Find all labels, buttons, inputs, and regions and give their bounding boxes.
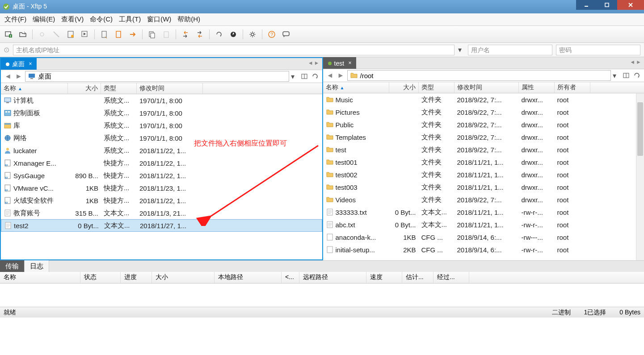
transfer-column-header[interactable]: 速度 (366, 272, 402, 283)
file-row[interactable]: Videos文件夹2018/9/22, 7:...drwxr...root (323, 193, 644, 206)
file-row[interactable]: SysGauge890 B...快捷方...2018/11/22, 1... (1, 169, 322, 182)
properties-icon[interactable] (66, 29, 76, 39)
sync-right-icon[interactable] (195, 29, 205, 39)
navigate-icon[interactable] (228, 29, 238, 39)
transfer-column-header[interactable]: 经过... (434, 272, 469, 283)
file-row[interactable]: Public文件夹2018/9/22, 7:...drwxr...root (323, 118, 644, 131)
file-row[interactable]: 库系统文...1970/1/1, 8:00 (1, 119, 322, 132)
menu-item[interactable]: 工具(T) (119, 15, 141, 24)
refresh-panel-icon[interactable] (311, 72, 320, 81)
tab-close-icon[interactable]: × (347, 60, 353, 67)
file-row[interactable]: Music文件夹2018/9/22, 7:...drwxr...root (323, 93, 644, 106)
transfer-column-header[interactable]: 大小 (152, 272, 215, 283)
tab-prev-icon[interactable]: ◄ (630, 59, 635, 65)
play-dropdown-icon[interactable] (80, 29, 90, 39)
tab-close-icon[interactable]: × (27, 61, 34, 67)
tab-prev-icon[interactable]: ◄ (308, 60, 313, 66)
maximize-button[interactable] (597, 0, 617, 10)
column-header[interactable]: 大小 (389, 82, 419, 93)
column-header[interactable]: 大小 (68, 83, 101, 94)
file-row[interactable]: 教育账号315 B...文本文...2018/11/3, 21... (1, 207, 322, 219)
file-row[interactable]: 计算机系统文...1970/1/1, 8:00 (1, 94, 322, 107)
transfer-column-header[interactable]: 进度 (121, 272, 152, 283)
file-row[interactable]: 333333.txt0 Byt...文本文...2018/11/21, 1...… (323, 206, 644, 218)
back-icon[interactable]: ◄ (326, 71, 335, 80)
transfer-column-header[interactable]: 远程路径 (299, 272, 366, 283)
file-row[interactable]: test20 Byt...文本文...2018/11/27, 1... (1, 219, 322, 232)
file-row[interactable]: abc.txt0 Byt...文本文...2018/11/21, 1...-rw… (323, 218, 644, 231)
file-row[interactable]: luckater系统文...2018/11/22, 1... (1, 144, 322, 157)
column-header[interactable]: 所有者 (555, 82, 590, 93)
file-row[interactable]: 网络系统文...1970/1/1, 8:00 (1, 132, 322, 144)
dropdown-icon[interactable]: ▾ (458, 46, 464, 54)
file-row[interactable]: test001文件夹2018/11/21, 1...drwxr...root (323, 156, 644, 168)
chat-icon[interactable] (281, 29, 291, 39)
bottom-tab[interactable]: 传输 (0, 260, 25, 272)
file-row[interactable]: test003文件夹2018/11/21, 1...drwxr...root (323, 181, 644, 193)
column-header[interactable]: 修改时间 (137, 83, 203, 94)
column-header[interactable]: 修改时间 (455, 82, 519, 93)
refresh-panel-icon[interactable] (632, 71, 641, 80)
back-icon[interactable]: ◄ (4, 72, 13, 81)
column-header[interactable]: 名称▲ (323, 82, 389, 93)
new-tab-icon[interactable] (4, 29, 13, 39)
column-header[interactable]: 类型 (101, 83, 137, 94)
forward-icon[interactable]: ► (14, 72, 23, 81)
column-header[interactable]: 类型 (419, 82, 455, 93)
scrollbar-thumb[interactable] (637, 102, 643, 156)
help-icon[interactable]: ? (267, 29, 277, 39)
transfer-column-header[interactable]: 名称 (0, 272, 80, 283)
menu-item[interactable]: 文件(F) (4, 15, 26, 24)
minimize-button[interactable] (576, 0, 597, 10)
host-input[interactable] (13, 45, 455, 55)
transfer-column-header[interactable]: 本地路径 (215, 272, 282, 283)
username-input[interactable] (468, 45, 552, 55)
transfer-column-header[interactable]: 状态 (80, 272, 121, 283)
tab-next-icon[interactable]: ► (636, 59, 641, 65)
menu-item[interactable]: 命令(C) (90, 15, 113, 24)
file-row[interactable]: Xmanager E...快捷方...2018/11/22, 1... (1, 157, 322, 169)
path-dropdown-icon[interactable]: ▾ (291, 72, 298, 81)
file-row[interactable]: 控制面板系统文...1970/1/1, 8:00 (1, 107, 322, 119)
arrow-right-icon[interactable] (128, 29, 138, 39)
bookmark-icon[interactable] (300, 72, 309, 81)
copy-icon[interactable] (147, 29, 157, 39)
forward-icon[interactable]: ► (337, 71, 345, 80)
disconnect-icon[interactable] (51, 29, 61, 39)
bookmark-icon[interactable] (622, 71, 631, 80)
local-filelist[interactable]: 把文件拖入右侧相应位置即可 计算机系统文...1970/1/1, 8:00控制面… (1, 94, 322, 259)
remote-path-input[interactable]: /root (347, 70, 611, 81)
refresh-icon[interactable] (214, 29, 224, 39)
paste-icon[interactable] (161, 29, 171, 39)
file-row[interactable]: 火绒安全软件1KB快捷方...2018/11/22, 1... (1, 194, 322, 207)
new-file-icon[interactable] (99, 29, 109, 39)
bottom-tab[interactable]: 日志 (25, 260, 49, 272)
menu-item[interactable]: 编辑(E) (33, 15, 55, 24)
menu-item[interactable]: 帮助(H) (177, 15, 200, 24)
settings-icon[interactable] (248, 29, 257, 39)
transfer-column-header[interactable]: <... (282, 272, 299, 283)
file-row[interactable]: test文件夹2018/9/22, 7:...drwxr...root (323, 143, 644, 156)
remote-tab[interactable]: test × (323, 57, 357, 69)
scrollbar[interactable] (636, 93, 644, 260)
close-button[interactable] (617, 0, 644, 10)
file-row[interactable]: VMware vC...1KB快捷方...2018/11/23, 1... (1, 182, 322, 194)
tab-next-icon[interactable]: ► (314, 60, 320, 66)
document-icon[interactable] (114, 29, 123, 39)
file-row[interactable]: Pictures文件夹2018/9/22, 7:...drwxr...root (323, 106, 644, 118)
menu-item[interactable]: 查看(V) (61, 15, 84, 24)
file-row[interactable]: test002文件夹2018/11/21, 1...drwxr...root (323, 168, 644, 181)
link-icon[interactable] (37, 29, 47, 39)
transfer-column-header[interactable]: 估计... (402, 272, 434, 283)
remote-filelist[interactable]: Music文件夹2018/9/22, 7:...drwxr...rootPict… (323, 93, 644, 260)
local-path-input[interactable]: 桌面 (25, 71, 289, 82)
menu-item[interactable]: 窗口(W) (147, 15, 171, 24)
path-dropdown-icon[interactable]: ▾ (613, 71, 620, 80)
file-row[interactable]: anaconda-k...1KBCFG ...2018/9/14, 6:...-… (323, 231, 644, 243)
file-row[interactable]: initial-setup...2KBCFG ...2018/9/14, 6:.… (323, 243, 644, 256)
local-tab[interactable]: 桌面 × (1, 58, 37, 70)
open-icon[interactable] (18, 29, 28, 39)
password-input[interactable] (556, 45, 640, 55)
file-row[interactable]: Templates文件夹2018/9/22, 7:...drwxr...root (323, 131, 644, 143)
sync-left-icon[interactable] (181, 29, 190, 39)
